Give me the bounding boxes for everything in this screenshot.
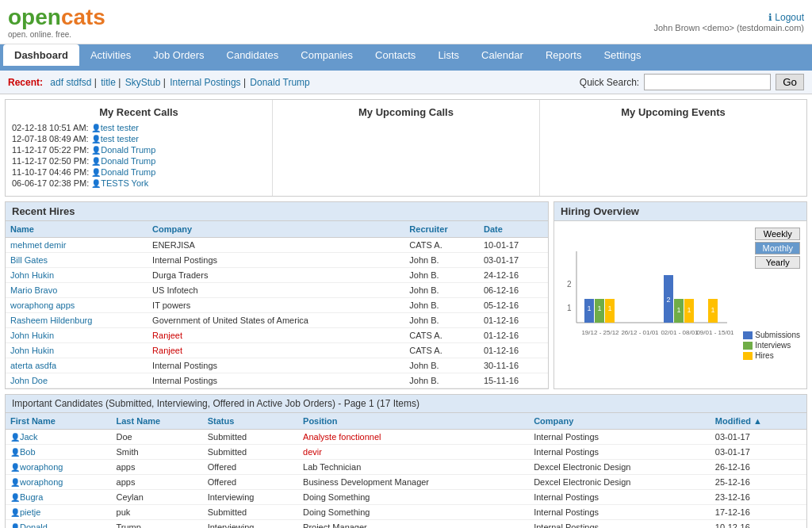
hire-name-link[interactable]: woraphong apps xyxy=(10,300,75,310)
recent-link-4[interactable]: Internal Postings xyxy=(170,77,240,88)
svg-text:1: 1 xyxy=(597,304,601,312)
hire-name-link[interactable]: mehmet demir xyxy=(10,240,66,250)
hire-name-link[interactable]: John Hukin xyxy=(10,270,54,280)
hire-name-link[interactable]: Mario Bravo xyxy=(10,285,57,295)
recent-calls-title: My Recent Calls xyxy=(12,106,266,118)
hire-company: Government of United States of America xyxy=(147,313,404,328)
hire-date: 01-12-16 xyxy=(479,313,548,328)
nav-activities[interactable]: Activities xyxy=(79,44,142,66)
candidate-company: Dexcel Electronic Design xyxy=(529,475,710,490)
nav-candidates[interactable]: Candidates xyxy=(216,44,290,66)
header: opencats open. online. free. ℹ Logout Jo… xyxy=(0,0,812,44)
hire-recruiter: CATS A. xyxy=(404,328,479,343)
nav-job-orders[interactable]: Job Orders xyxy=(142,44,215,66)
svg-text:1: 1 xyxy=(607,304,611,312)
call-person-link[interactable]: test tester xyxy=(101,134,139,143)
candidate-company: Internal Postings xyxy=(529,445,710,460)
person-icon xyxy=(10,462,20,472)
hire-date: 24-12-16 xyxy=(479,268,548,283)
hire-recruiter: John B. xyxy=(404,253,479,268)
candidate-position: Lab Technician xyxy=(298,460,529,475)
table-row: John Hukin Ranjeet CATS A. 01-12-16 xyxy=(6,343,548,358)
candidate-modified: 25-12-16 xyxy=(710,475,806,490)
go-button[interactable]: Go xyxy=(776,74,804,90)
nav-calendar[interactable]: Calendar xyxy=(470,44,534,66)
nav-lists[interactable]: Lists xyxy=(427,44,470,66)
candidate-position-link[interactable]: Analyste fonctionnel xyxy=(303,432,381,442)
hire-company-link[interactable]: Ranjeet xyxy=(152,346,182,355)
hire-name-link[interactable]: John Hukin xyxy=(10,346,54,355)
nav-contacts[interactable]: Contacts xyxy=(364,44,427,66)
candidate-modified: 10-12-16 xyxy=(710,520,806,529)
hire-recruiter: John B. xyxy=(404,268,479,283)
candidate-first-link[interactable]: woraphong xyxy=(20,477,63,487)
weekly-button[interactable]: Weekly xyxy=(755,228,800,240)
col-date[interactable]: Date xyxy=(479,221,548,238)
upcoming-events-panel: My Upcoming Events xyxy=(540,100,806,196)
info-icon: ℹ xyxy=(768,12,772,23)
important-candidates-panel: Important Candidates (Submitted, Intervi… xyxy=(5,394,807,528)
hire-name-link[interactable]: Bill Gates xyxy=(10,255,48,265)
nav-settings[interactable]: Settings xyxy=(592,44,652,66)
call-item: 11-12-17 02:50 PM: Donald Trump xyxy=(12,156,266,166)
call-item: 12-07-18 08:49 AM: test tester xyxy=(12,134,266,143)
candidate-position-link[interactable]: devir xyxy=(303,447,322,457)
call-person-link[interactable]: test tester xyxy=(101,123,139,132)
hire-date: 03-01-17 xyxy=(479,253,548,268)
yearly-button[interactable]: Yearly xyxy=(755,256,800,269)
hire-name-link[interactable]: Rasheem Hildenburg xyxy=(10,316,92,325)
recent-link-5[interactable]: Donald Trump xyxy=(250,77,309,88)
col-modified[interactable]: Modified ▲ xyxy=(710,413,806,430)
chart-buttons: Weekly Monthly Yearly xyxy=(755,228,800,269)
candidate-first-link[interactable]: Donald xyxy=(20,522,48,528)
candidate-last: Trump xyxy=(112,520,203,529)
candidate-first-link[interactable]: Bugra xyxy=(20,492,43,502)
person-icon xyxy=(91,178,101,188)
col-first-name[interactable]: First Name xyxy=(6,413,112,430)
middle-section: Recent Hires Name Company Recruiter Date… xyxy=(5,201,807,389)
logout-area: ℹ Logout John Brown <demo> (testdomain.c… xyxy=(653,12,804,33)
call-person-link[interactable]: Donald Trump xyxy=(101,145,155,155)
candidate-first-link[interactable]: Bob xyxy=(20,447,36,457)
candidate-position: Doing Something xyxy=(298,505,529,520)
recent-link-2[interactable]: title xyxy=(101,77,116,88)
svg-text:19/12 - 25/12: 19/12 - 25/12 xyxy=(581,329,619,336)
col-position[interactable]: Position xyxy=(298,413,529,430)
col-status[interactable]: Status xyxy=(203,413,298,430)
call-person-link[interactable]: Donald Trump xyxy=(101,156,155,166)
col-name[interactable]: Name xyxy=(6,221,147,238)
hire-recruiter: John B. xyxy=(404,283,479,298)
col-last-name[interactable]: Last Name xyxy=(112,413,203,430)
candidate-first-link[interactable]: Jack xyxy=(20,432,38,442)
candidate-status: Interviewing xyxy=(203,490,298,505)
search-input[interactable] xyxy=(644,74,771,90)
recent-link-1[interactable]: adf stdfsd xyxy=(50,77,91,88)
hiring-overview-panel: Hiring Overview Weekly Monthly Yearly 2 … xyxy=(553,201,807,389)
hire-company-link[interactable]: Ranjeet xyxy=(152,331,182,340)
candidate-modified: 23-12-16 xyxy=(710,490,806,505)
hire-name-link[interactable]: John Hukin xyxy=(10,331,54,340)
call-person-link[interactable]: Donald Trump xyxy=(101,167,155,177)
candidate-status: Interviewing xyxy=(203,520,298,529)
col-company[interactable]: Company xyxy=(529,413,710,430)
hire-company: Internal Postings xyxy=(147,253,404,268)
nav-dashboard[interactable]: Dashboard xyxy=(3,44,79,66)
nav-reports[interactable]: Reports xyxy=(534,44,593,66)
candidate-status: Offered xyxy=(203,475,298,490)
legend-interviews: Interviews xyxy=(743,341,800,350)
col-recruiter[interactable]: Recruiter xyxy=(404,221,479,238)
candidate-last: apps xyxy=(112,460,203,475)
logout-link[interactable]: Logout xyxy=(775,12,804,23)
call-person-link[interactable]: TESTS York xyxy=(101,178,148,188)
monthly-button[interactable]: Monthly xyxy=(755,242,800,254)
recent-link-3[interactable]: SkyStub xyxy=(125,77,161,88)
hire-name-link[interactable]: aterta asdfа xyxy=(10,361,56,370)
hire-name-link[interactable]: John Doe xyxy=(10,376,48,385)
candidate-first-link[interactable]: woraphong xyxy=(20,462,63,472)
nav-companies[interactable]: Companies xyxy=(289,44,364,66)
person-icon xyxy=(91,134,101,143)
candidate-first-link[interactable]: pietje xyxy=(20,507,40,517)
call-date: 11-12-17 02:50 PM: xyxy=(12,156,89,166)
candidate-last: Doe xyxy=(112,430,203,445)
col-company[interactable]: Company xyxy=(147,221,404,238)
